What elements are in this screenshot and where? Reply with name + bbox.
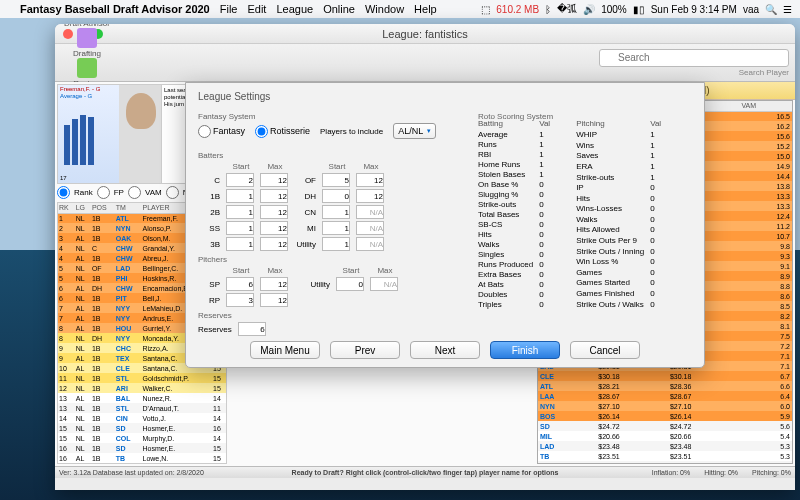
- chevron-down-icon: ▾: [427, 127, 431, 135]
- table-row[interactable]: 14NL1BCINVotto,J.14: [58, 413, 226, 423]
- table-row[interactable]: 15NL1BCOLMurphy,D.14: [58, 433, 226, 443]
- fantasy-radio[interactable]: Fantasy: [198, 125, 245, 138]
- menu-help[interactable]: Help: [414, 3, 437, 15]
- pos-input[interactable]: [260, 189, 288, 203]
- search-label: Search Player: [739, 68, 789, 77]
- player-photo: [120, 85, 162, 183]
- pos-input[interactable]: [226, 277, 254, 291]
- nl-radio[interactable]: [166, 186, 179, 199]
- menu-online[interactable]: Online: [323, 3, 355, 15]
- table-row[interactable]: 12NL1BARIWalker,C.15: [58, 383, 226, 393]
- volume-icon[interactable]: 🔊: [583, 4, 595, 15]
- titlebar: League: fantistics: [55, 24, 795, 44]
- table-row[interactable]: 17AL1BBOSMoreland,M.10: [58, 463, 226, 464]
- table-row[interactable]: TB$23.51$23.515.3: [538, 451, 792, 461]
- menu-window[interactable]: Window: [365, 3, 404, 15]
- dropbox-icon[interactable]: ⬚: [481, 4, 490, 15]
- main-window: League: fantistics SettingsCheatsheetWeb…: [55, 24, 795, 490]
- mem-indicator: 610.2 MB: [496, 4, 539, 15]
- pos-input[interactable]: [260, 205, 288, 219]
- rotisserie-radio[interactable]: Rotisserie: [255, 125, 310, 138]
- table-row[interactable]: LAA$28.67$28.676.4: [538, 391, 792, 401]
- table-row[interactable]: 13NL1BSTLD'Arnaud,T.11: [58, 403, 226, 413]
- pos-input[interactable]: [260, 173, 288, 187]
- pos-input[interactable]: [226, 221, 254, 235]
- wifi-icon[interactable]: �弧: [557, 2, 577, 16]
- main-menu-button[interactable]: Main Menu: [250, 341, 320, 359]
- prev-button[interactable]: Prev: [330, 341, 400, 359]
- pos-input[interactable]: [226, 189, 254, 203]
- pos-input[interactable]: [356, 237, 384, 251]
- table-row[interactable]: BOS$26.14$26.145.9: [538, 411, 792, 421]
- table-row[interactable]: NYN$27.10$27.106.0: [538, 401, 792, 411]
- pos-input[interactable]: [260, 221, 288, 235]
- battery-icon[interactable]: ▮▯: [633, 4, 645, 15]
- pitching-scoring: PitchingValWHIP1Wins1Saves1ERA1Strike-ou…: [576, 119, 663, 310]
- vam-radio[interactable]: [128, 186, 141, 199]
- pos-input[interactable]: [356, 189, 384, 203]
- table-row[interactable]: 16NL1BSDHosmer,E.15: [58, 443, 226, 453]
- menubar: Fantasy Baseball Draft Advisor 2020 File…: [0, 0, 800, 18]
- pos-input[interactable]: [356, 205, 384, 219]
- pos-input[interactable]: [322, 189, 350, 203]
- table-row[interactable]: ATL$28.21$28.366.6: [538, 381, 792, 391]
- menu-league[interactable]: League: [276, 3, 313, 15]
- menu-edit[interactable]: Edit: [247, 3, 266, 15]
- cancel-button[interactable]: Cancel: [570, 341, 640, 359]
- search-input[interactable]: [599, 49, 789, 67]
- fp-radio[interactable]: [97, 186, 110, 199]
- pos-input[interactable]: [322, 221, 350, 235]
- clock[interactable]: Sun Feb 9 3:14 PM: [651, 4, 737, 15]
- spotlight-icon[interactable]: 🔍: [765, 4, 777, 15]
- pos-input[interactable]: [322, 237, 350, 251]
- table-row[interactable]: LAD$23.48$23.485.3: [538, 441, 792, 451]
- app-name[interactable]: Fantasy Baseball Draft Advisor 2020: [20, 3, 210, 15]
- table-row[interactable]: 16AL1BTBLowe,N.15: [58, 453, 226, 463]
- pos-input[interactable]: [260, 293, 288, 307]
- bt-icon[interactable]: ᛒ: [545, 4, 551, 15]
- batting-scoring: BattingValAverage1Runs1RBI1Home Runs1Sto…: [478, 119, 552, 310]
- menu-file[interactable]: File: [220, 3, 238, 15]
- pos-input[interactable]: [322, 173, 350, 187]
- table-row[interactable]: 13AL1BBALNunez,R.14: [58, 393, 226, 403]
- league-settings-sheet: League Settings Fantasy System Fantasy R…: [185, 82, 705, 368]
- rank-radio[interactable]: [57, 186, 70, 199]
- pos-input[interactable]: [226, 173, 254, 187]
- pos-input[interactable]: [370, 277, 398, 291]
- battery-indicator: 100%: [601, 4, 627, 15]
- toolbar: SettingsCheatsheetWeb UpdateDraft Adviso…: [55, 44, 795, 82]
- window-title: League: fantistics: [55, 28, 795, 40]
- pos-input[interactable]: [336, 277, 364, 291]
- table-row[interactable]: CLE$30.18$30.186.7: [538, 371, 792, 381]
- pos-input[interactable]: [260, 237, 288, 251]
- finish-button[interactable]: Finish: [490, 341, 560, 359]
- table-row[interactable]: SD$24.72$24.725.6: [538, 421, 792, 431]
- table-row[interactable]: 11NL1BSTLGoldschmidt,P.15: [58, 373, 226, 383]
- status-bar: Ver: 3.12a Database last updated on: 2/8…: [55, 466, 795, 478]
- sheet-title: League Settings: [198, 91, 692, 102]
- next-button[interactable]: Next: [410, 341, 480, 359]
- pos-input[interactable]: [260, 277, 288, 291]
- pos-input[interactable]: [356, 173, 384, 187]
- notif-icon[interactable]: ☰: [783, 4, 792, 15]
- table-row[interactable]: MIL$20.66$20.665.4: [538, 431, 792, 441]
- pos-input[interactable]: [226, 293, 254, 307]
- players-include-select[interactable]: AL/NL▾: [393, 123, 436, 139]
- pos-input[interactable]: [322, 205, 350, 219]
- pos-input[interactable]: [226, 205, 254, 219]
- user-name[interactable]: vaa: [743, 4, 759, 15]
- table-row[interactable]: 15NL1BSDHosmer,E.16: [58, 423, 226, 433]
- reserves-input[interactable]: [238, 322, 266, 336]
- pos-input[interactable]: [356, 221, 384, 235]
- table-row[interactable]: TB$25.96$25.965.3: [538, 461, 792, 464]
- pos-input[interactable]: [226, 237, 254, 251]
